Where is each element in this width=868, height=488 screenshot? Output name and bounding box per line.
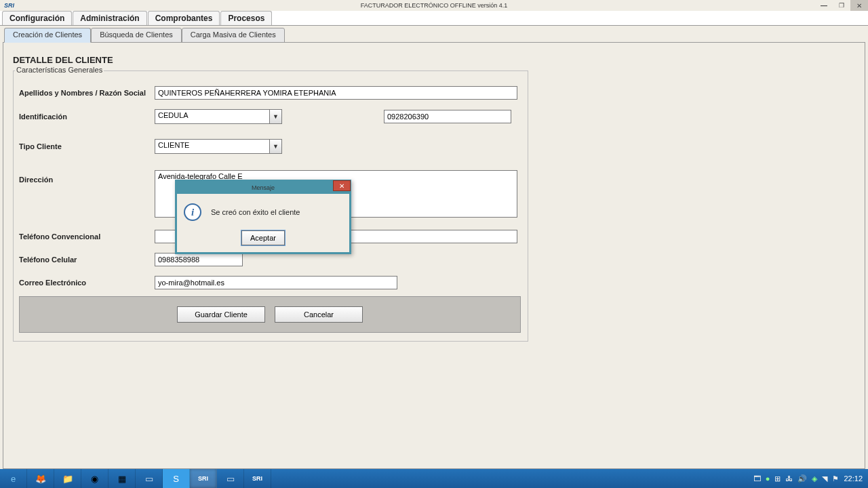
combo-tipo-value: CLIENTE [155, 140, 269, 153]
taskbar-app-icon[interactable]: ▦ [108, 469, 136, 488]
menu-procesos[interactable]: Procesos [220, 11, 272, 25]
input-identificacion-numero[interactable] [384, 110, 511, 123]
label-razon-social: Apellidos y Nombres / Razón Social [19, 89, 155, 97]
window-close[interactable]: ✕ [850, 0, 868, 11]
tabbar: Creación de Clientes Búsqueda de Cliente… [0, 28, 868, 43]
aceptar-button[interactable]: Aceptar [241, 230, 285, 245]
cancelar-button[interactable]: Cancelar [275, 306, 363, 323]
tray-flag-icon[interactable]: ⚑ [832, 474, 839, 483]
chevron-down-icon[interactable]: ▼ [269, 110, 281, 123]
combo-identificacion-value: CEDULA [155, 110, 269, 123]
menu-configuracion[interactable]: Configuración [2, 11, 72, 25]
tray-status-icon[interactable]: ● [766, 474, 770, 483]
window-minimize[interactable]: — [815, 0, 833, 11]
label-telefono-convencional: Teléfono Convencional [19, 232, 155, 241]
tab-carga-masiva[interactable]: Carga Masiva de Clientes [182, 28, 285, 43]
menu-comprobantes[interactable]: Comprobantes [148, 11, 220, 25]
tray-shield-icon[interactable]: ◈ [812, 474, 817, 483]
taskbar-window-icon[interactable]: ▭ [136, 469, 163, 488]
tab-busqueda-clientes[interactable]: Búsqueda de Clientes [91, 28, 182, 43]
tray-misc-icon[interactable]: ◥ [822, 474, 827, 483]
main-panel: DETALLE DEL CLIENTE Características Gene… [3, 42, 865, 469]
info-icon: i [184, 203, 201, 221]
menu-administracion[interactable]: Administración [73, 11, 146, 25]
input-correo[interactable] [155, 276, 397, 289]
tray-popup-icon[interactable]: 🗔 [753, 474, 761, 483]
taskbar: e 🦊 📁 ◉ ▦ ▭ S SRI ▭ SRI 🗔 ● ⊞ 🖧 🔊 ◈ ◥ ⚑ … [0, 469, 868, 488]
window-titlebar: SRI FACTURADOR ELECTRÓNICO OFFLINE versi… [0, 0, 868, 11]
page-title: DETALLE DEL CLIENTE [13, 55, 858, 65]
dialog-close-button[interactable]: ✕ [333, 180, 351, 191]
taskbar-sri-app-icon[interactable]: SRI [190, 469, 217, 488]
tray-ms-icon[interactable]: ⊞ [774, 474, 781, 483]
label-telefono-celular: Teléfono Celular [19, 256, 155, 264]
mensaje-dialog: Mensaje ✕ i Se creó con éxito el cliente… [175, 180, 351, 254]
guardar-cliente-button[interactable]: Guardar Cliente [177, 306, 265, 323]
taskbar-skype-icon[interactable]: S [163, 469, 190, 488]
button-bar: Guardar Cliente Cancelar [19, 296, 521, 333]
dialog-titlebar[interactable]: Mensaje ✕ [177, 182, 349, 194]
tab-creacion-clientes[interactable]: Creación de Clientes [4, 28, 91, 43]
label-direccion: Dirección [19, 170, 155, 184]
taskbar-sri2-icon[interactable]: SRI [244, 469, 271, 488]
combo-tipo-cliente[interactable]: CLIENTE ▼ [155, 139, 282, 154]
taskbar-app2-icon[interactable]: ▭ [217, 469, 244, 488]
chevron-down-icon[interactable]: ▼ [269, 140, 281, 153]
combo-identificacion[interactable]: CEDULA ▼ [155, 109, 282, 124]
taskbar-explorer-icon[interactable]: 📁 [54, 469, 81, 488]
taskbar-ie-icon[interactable]: e [0, 469, 27, 488]
taskbar-chrome-icon[interactable]: ◉ [81, 469, 108, 488]
input-telefono-celular[interactable] [155, 253, 243, 266]
label-correo: Correo Electrónico [19, 279, 155, 287]
dialog-title: Mensaje [252, 184, 275, 191]
fieldset-legend: Características Generales [15, 66, 104, 74]
system-tray: 🗔 ● ⊞ 🖧 🔊 ◈ ◥ ⚑ 22:12 [753, 474, 868, 483]
dialog-message: Se creó con éxito el cliente [211, 208, 300, 216]
menubar: Configuración Administración Comprobante… [0, 11, 868, 26]
input-razon-social[interactable] [155, 86, 517, 100]
label-identificacion: Identificación [19, 113, 155, 121]
app-logo: SRI [4, 2, 14, 9]
tray-network-icon[interactable]: 🖧 [785, 474, 793, 483]
taskbar-firefox-icon[interactable]: 🦊 [27, 469, 54, 488]
taskbar-clock[interactable]: 22:12 [844, 474, 863, 483]
tray-volume-icon[interactable]: 🔊 [797, 474, 807, 483]
label-tipo-cliente: Tipo Cliente [19, 142, 155, 150]
window-maximize[interactable]: ❐ [833, 0, 850, 11]
window-title: FACTURADOR ELECTRÓNICO OFFLINE versión 4… [361, 2, 508, 9]
